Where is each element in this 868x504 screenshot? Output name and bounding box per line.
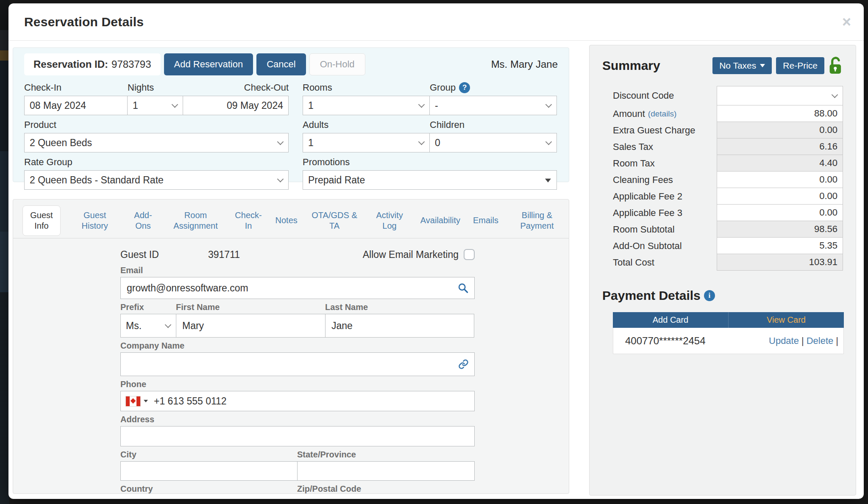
guest-id-value: 391711 [208,249,240,260]
group-select[interactable]: - [429,96,557,115]
delete-card-link[interactable]: Delete [807,335,834,346]
country-label: Country [120,484,298,494]
tab-availability[interactable]: Availability [420,215,460,226]
modal-header: Reservation Details × [8,3,864,41]
zip-postal-label: Zip/Postal Code [297,484,475,494]
rooms-label: Rooms [303,82,430,93]
adults-label: Adults [303,119,430,130]
promotions-dropdown[interactable]: Prepaid Rate [303,170,557,190]
tab-activity-log[interactable]: Activity Log [371,210,408,231]
summary-title: Summary [602,58,660,73]
check-in-input[interactable]: 08 May 2024 [24,96,128,115]
card-number: 400770******2454 [613,335,706,347]
extra-guest-charge-value: 0.00 [717,122,843,138]
allow-email-marketing-checkbox[interactable] [464,249,475,260]
tab-emails[interactable]: Emails [473,215,498,226]
sales-tax-label: Sales Tax [613,138,717,155]
city-label: City [120,450,298,460]
phone-input[interactable]: +1 613 555 0112 [120,391,475,411]
flag-caret-icon[interactable] [144,400,148,402]
discount-code-select[interactable] [717,86,843,105]
on-hold-button[interactable]: On-Hold [309,53,365,75]
cancel-button[interactable]: Cancel [256,53,306,75]
guest-id-label: Guest ID [120,249,208,260]
reservation-id-value: 9783793 [111,58,151,70]
children-select[interactable]: 0 [429,133,557,152]
room-subtotal-label: Room Subtotal [613,221,717,238]
amount-input[interactable]: 88.00 [717,105,843,122]
check-out-label: Check-Out [184,82,289,93]
allow-email-marketing-label: Allow Email Marketing [363,249,459,260]
phone-value[interactable]: +1 613 555 0112 [154,396,227,407]
extra-guest-charge-label: Extra Guest Charge [613,122,717,138]
add-on-subtotal-label: Add-On Subtotal [613,238,717,254]
info-icon[interactable]: i [704,290,715,301]
applicable-fee-3-input[interactable]: 0.00 [717,204,843,221]
first-name-label: First Name [176,302,326,312]
prefix-select[interactable]: Ms. [120,314,176,338]
close-icon[interactable]: × [842,14,851,30]
sales-tax-value: 6.16 [717,138,843,155]
phone-label: Phone [120,379,475,389]
room-tax-label: Room Tax [613,155,717,172]
room-subtotal-value: 98.56 [717,221,843,238]
tab-billing-payment[interactable]: Billing & Payment [511,210,563,231]
total-cost-label: Total Cost [613,254,717,271]
nights-select[interactable]: 1 [127,96,183,115]
link-icon[interactable] [458,359,469,370]
cleaning-fees-input[interactable]: 0.00 [717,171,843,188]
address-label: Address [120,415,475,424]
tab-guest-info[interactable]: Guest Info [22,205,61,236]
product-select[interactable]: 2 Queen Beds [24,133,289,152]
company-name-label: Company Name [120,341,475,351]
applicable-fee-3-label: Applicable Fee 3 [613,205,717,221]
adults-select[interactable]: 1 [303,133,430,152]
add-on-subtotal-input[interactable]: 5.35 [717,237,843,254]
reprice-button[interactable]: Re-Price [776,57,824,74]
canada-flag-icon[interactable] [126,396,140,406]
view-card-button[interactable]: View Card [729,312,844,328]
check-out-input[interactable]: 09 May 2024 [183,96,289,115]
tab-ota-gds-ta[interactable]: OTA/GDS & TA [310,210,359,231]
summary-rows: Discount Code Amount (details) 88.00 Ext… [602,86,843,271]
prefix-label: Prefix [120,302,176,312]
caret-down-icon [760,64,765,67]
update-card-link[interactable]: Update [769,335,799,346]
card-row: 400770******2454 Update|Delete| [613,328,844,354]
reservation-summary-panel: Reservation ID: 9783793 Add Reservation … [13,47,569,182]
check-in-label: Check-In [24,82,128,93]
rooms-select[interactable]: 1 [303,96,430,115]
summary-panel: Summary No Taxes Re-Price Discount Code [589,45,856,496]
company-name-input[interactable] [120,352,475,376]
email-input[interactable] [120,277,475,299]
add-reservation-button[interactable]: Add Reservation [164,53,253,75]
rate-group-select[interactable]: 2 Queen Beds - Standard Rate [24,170,289,190]
nights-label: Nights [128,82,184,93]
group-help-icon[interactable]: ? [459,82,470,93]
amount-details-link[interactable]: (details) [648,109,677,119]
link-separator: | [801,335,804,346]
tab-add-ons[interactable]: Add-Ons [129,210,157,231]
state-province-input[interactable] [297,461,475,481]
tab-room-assignment[interactable]: Room Assignment [170,210,222,231]
applicable-fee-2-input[interactable]: 0.00 [717,188,843,205]
address-input[interactable] [120,426,475,446]
reservation-id: Reservation ID: 9783793 [24,53,161,75]
unlock-icon[interactable] [829,56,843,75]
cleaning-fees-label: Cleaning Fees [613,172,717,188]
city-input[interactable] [120,461,298,481]
add-card-button[interactable]: Add Card [613,312,729,328]
tab-notes[interactable]: Notes [275,215,298,226]
dimmed-background [0,0,9,504]
tab-guest-history[interactable]: Guest History [73,210,116,231]
reservation-id-label: Reservation ID: [33,58,108,70]
tab-check-in[interactable]: Check-In [234,210,263,231]
product-label: Product [24,119,56,130]
discount-code-label: Discount Code [613,86,717,105]
first-name-input[interactable] [176,314,326,338]
last-name-input[interactable] [325,314,474,338]
search-icon[interactable] [457,282,469,294]
applicable-fee-2-label: Applicable Fee 2 [613,188,717,205]
tab-bar: Guest Info Guest History Add-Ons Room As… [13,199,569,238]
no-taxes-dropdown[interactable]: No Taxes [712,57,772,74]
